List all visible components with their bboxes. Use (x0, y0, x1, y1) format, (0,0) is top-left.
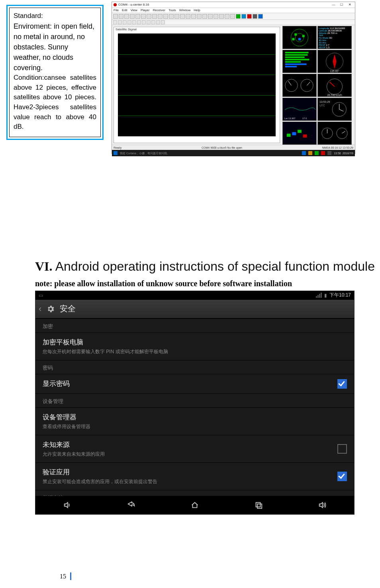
toolbar-icon[interactable] (142, 20, 146, 24)
svg-rect-12 (285, 66, 297, 67)
toolbar-icon[interactable] (191, 14, 196, 19)
sat-bar-label: 24 (206, 137, 221, 140)
settings-row[interactable]: 加密平板电脑您每次开机时都需要输入数字 PIN 或密码才能解密平板电脑 (35, 332, 354, 360)
notification-icon: ▭ (39, 293, 43, 298)
taskbar-icon[interactable] (327, 151, 331, 155)
svg-text:13:53:29: 13:53:29 (319, 100, 330, 103)
sat-bar-label: 21 (241, 137, 256, 140)
toolbar-icon[interactable] (163, 14, 168, 19)
settings-category: 密码 (35, 360, 354, 374)
sat-bar-label: 193 (189, 137, 204, 140)
nav-home-icon[interactable] (189, 501, 200, 509)
toolbar-icon[interactable] (169, 14, 174, 19)
toolbar-icon[interactable] (113, 20, 117, 24)
checkbox-icon[interactable] (337, 444, 347, 454)
minimize-icon[interactable]: — (330, 3, 337, 6)
toolbar-icon[interactable] (186, 14, 190, 19)
toolbar-icon[interactable] (241, 14, 246, 19)
menu-file[interactable]: File (114, 9, 119, 12)
menu-player[interactable]: Player (141, 9, 150, 12)
toolbar-icon[interactable] (158, 14, 163, 19)
toolbar-icon[interactable] (236, 14, 241, 19)
taskbar-icon[interactable] (308, 151, 312, 155)
settings-row-title: 未知来源 (43, 440, 105, 449)
taskbar-icon[interactable] (321, 151, 325, 155)
checkbox-icon[interactable] (337, 379, 347, 389)
settings-row[interactable]: 未知来源允许安装来自未知来源的应用 (35, 435, 354, 462)
maximize-icon[interactable]: ☐ (338, 3, 345, 6)
toolbar-icon[interactable] (253, 14, 257, 19)
close-icon[interactable]: ✕ (346, 3, 353, 6)
nav-volume-icon[interactable] (62, 501, 73, 509)
back-icon[interactable]: ‹ (39, 304, 41, 314)
status-time: NMEA 00:16:12 13:53:29 (322, 146, 353, 149)
dualclock-panel (317, 122, 352, 145)
menu-window[interactable]: Window (179, 9, 190, 12)
toolbar-icon[interactable] (219, 14, 224, 19)
toolbar-icon[interactable] (147, 14, 151, 19)
toolbar-icon[interactable] (119, 14, 123, 19)
toolbar-icon[interactable] (123, 20, 127, 24)
menu-receiver[interactable]: Receiver (153, 9, 166, 12)
android-header-title: 安全 (60, 303, 76, 314)
toolbar-icon[interactable] (247, 14, 252, 19)
toolbar-icon[interactable] (202, 14, 207, 19)
toolbar-icon[interactable] (152, 14, 157, 19)
toolbar-icon[interactable] (118, 20, 122, 24)
toolbar-icon[interactable] (147, 20, 151, 24)
sat-bar-label: 28 (120, 137, 135, 140)
section-heading-text: Android operating instructions of specia… (53, 259, 375, 273)
clock-panel: 13:53:29 UTC (317, 98, 352, 121)
menu-tools[interactable]: Tools (168, 9, 176, 12)
toolbar-icon[interactable] (225, 14, 229, 19)
toolbar-icon[interactable] (214, 14, 218, 19)
svg-text:UTC: UTC (319, 104, 325, 107)
nav-back-icon[interactable] (125, 501, 137, 509)
checkbox-icon[interactable] (337, 472, 347, 481)
toolbar-icon[interactable] (230, 14, 235, 19)
menu-help[interactable]: Help (194, 9, 200, 12)
gps-side-panels: Longitude 112.39216883Latitude 28.590389… (282, 25, 355, 145)
taskbar-icon[interactable] (315, 151, 319, 155)
settings-category: 加密 (35, 319, 354, 332)
compass-panel: 135.85° (317, 50, 352, 73)
section-vi: VI. Android operating instructions of sp… (35, 257, 378, 515)
taskbar-date: 2016/7/9 (343, 152, 353, 155)
toolbar-icon[interactable] (124, 14, 129, 19)
menu-view[interactable]: View (131, 9, 137, 12)
chart-area: 2810152019324252112 (118, 33, 276, 136)
toolbar-icon[interactable] (180, 14, 185, 19)
nav-volume-icon[interactable] (317, 501, 328, 509)
settings-row[interactable]: 设备管理器查看或停用设备管理器 (35, 407, 354, 435)
standard-callout: Standard: Enviroment: in open field, no … (6, 5, 104, 140)
svg-line-18 (307, 82, 310, 86)
settings-row-subtitle: 您每次开机时都需要输入数字 PIN 或密码才能解密平板电脑 (43, 348, 168, 355)
toolbar-icon[interactable] (132, 20, 136, 24)
settings-row[interactable]: 验证应用禁止安装可能会造成危害的应用，或在安装前提出警告 (35, 462, 354, 490)
toolbar-icon[interactable] (113, 14, 118, 19)
menu-edit[interactable]: Edit (122, 9, 127, 12)
toolbar-icon[interactable] (127, 20, 131, 24)
toolbar-icon[interactable] (137, 20, 141, 24)
toolbar-icon[interactable] (130, 14, 135, 19)
settings-row[interactable]: 显示密码 (35, 374, 354, 393)
toolbar-icon[interactable] (156, 20, 160, 24)
toolbar-icon[interactable] (141, 14, 146, 19)
chart-title: Satellite Signal (116, 28, 137, 31)
start-icon[interactable] (114, 151, 118, 155)
svg-marker-14 (333, 54, 337, 69)
cortana-search[interactable]: 我是 Cortana，小娜，有问题尽管问我。 (120, 152, 300, 155)
android-statusbar: ▭ ▮ 下午10:17 (35, 291, 354, 300)
sat-bar-label: 15 (155, 137, 170, 140)
toolbar-icon[interactable] (174, 14, 179, 19)
taskbar-icon[interactable] (302, 151, 306, 155)
toolbar-icon[interactable] (197, 14, 202, 19)
settings-row-subtitle: 允许安装来自未知来源的应用 (43, 451, 105, 458)
toolbar-icon[interactable] (258, 14, 263, 19)
nav-recents-icon[interactable] (253, 501, 264, 509)
sat-bar-label: 12 (258, 137, 273, 140)
toolbar-icon[interactable] (161, 20, 165, 24)
toolbar-icon[interactable] (151, 20, 155, 24)
toolbar-icon[interactable] (135, 14, 140, 19)
toolbar-icon[interactable] (208, 14, 213, 19)
